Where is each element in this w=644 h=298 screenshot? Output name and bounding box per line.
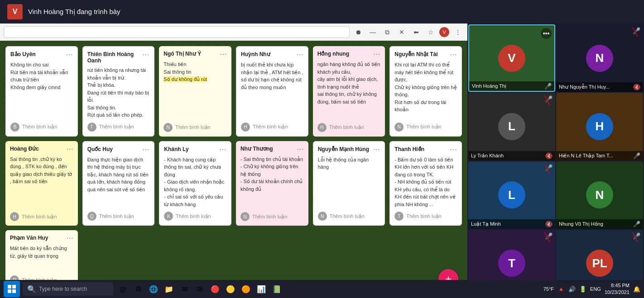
note-thien-binh: Thiên Bình Hoàng Oanh ⋯ rút tiền không r… [82, 46, 155, 137]
note-content: Đang thực hiện giao dịch thì hệ thống má… [87, 156, 150, 208]
note-menu-btn[interactable]: ⋯ [450, 51, 457, 58]
note-footer: T Thêm bình luận [87, 123, 150, 132]
mic-status-icon: 🎤 [633, 152, 640, 159]
note-menu-btn[interactable]: ⋯ [220, 51, 227, 58]
profile-btn[interactable]: V [439, 27, 449, 37]
note-menu-btn[interactable]: ⋯ [297, 146, 304, 153]
taskbar-battery-icon: 🔋 [579, 286, 586, 293]
note-avatar: T [87, 123, 96, 132]
note-footer: N Thêm bình luận [240, 212, 304, 221]
mic-status-icon: 🎤 [544, 83, 552, 90]
participant-tile-ly-tran-khanh: L🎤╲ Ly Trần Khánh 🔇 [468, 93, 555, 160]
note-comment-label[interactable]: Thêm bình luận [175, 124, 210, 130]
participant-label: Nhung Vũ Thị Hồng 🎤 [556, 219, 643, 229]
note-comment-label[interactable]: Thêm bình luận [99, 124, 134, 130]
restore-btn[interactable]: ⧉ [381, 26, 393, 38]
note-avatar: N [394, 123, 404, 132]
taskbar-ppt[interactable]: 📊 [255, 282, 268, 296]
star-btn[interactable]: ☆ [425, 26, 437, 38]
note-footer: Q Thêm bình luận [87, 212, 150, 221]
note-author-name: Phạm Văn Huy [10, 235, 48, 241]
note-avatar: K [164, 212, 173, 221]
note-header: Thanh Hiền ⋯ [394, 146, 457, 153]
taskbar-mail[interactable]: ✉ [178, 282, 191, 296]
note-content: Khi rút tại ATM thì có thể máy hết tiền … [394, 61, 457, 119]
presenter-avatar: V [7, 4, 23, 19]
note-menu-btn[interactable]: ⋯ [219, 146, 226, 153]
note-comment-label[interactable]: Thêm bình luận [22, 124, 57, 130]
note-footer: B Thêm bình luận [10, 123, 73, 132]
participant-label: Hiến N Lê Thập Tam T... 🎤 [556, 151, 643, 161]
start-button[interactable] [4, 281, 20, 297]
note-content: Mất tiền do ký sẵn chứng từ, giấy tờ qua… [10, 245, 73, 272]
note-comment-label[interactable]: Thêm bình luận [22, 214, 57, 220]
more-btn[interactable]: ⋮ [452, 26, 464, 38]
note-footer: H Thêm bình luận [317, 123, 381, 132]
minimize-btn[interactable]: — [367, 26, 379, 38]
note-footer: T Thêm bình luận [394, 212, 457, 221]
note-khanh-ly: Khánh Ly ⋯ - Khách hàng cung cấp thông t… [159, 141, 231, 226]
url-input[interactable] [4, 26, 350, 38]
participant-avatar: PL [586, 250, 613, 277]
participant-options-btn[interactable]: ••• [541, 28, 552, 39]
note-comment-label[interactable]: Thêm bình luận [329, 124, 364, 130]
note-header: Như Thương ⋯ [240, 146, 304, 153]
participant-avatar: T [498, 250, 525, 277]
note-menu-btn[interactable]: ⋯ [373, 51, 380, 58]
taskbar-search-text: Type here to search [39, 286, 87, 292]
taskbar-task-view[interactable]: ⧉ [131, 282, 145, 296]
note-avatar: N [240, 212, 250, 221]
note-header: Nguyễn Nhật Tài ⋯ [394, 51, 457, 58]
note-comment-label[interactable]: Thêm bình luận [99, 213, 134, 219]
note-menu-btn[interactable]: ⋯ [66, 146, 73, 153]
note-ngo-thi-nhu-y: Ngô Thị Như Ý ⋯ Thiếu tiềnSai thông tinS… [159, 46, 231, 137]
mic-muted-icon: 🎤╲ [545, 95, 553, 103]
participant-name: Như Nguyễn Thị Huy... [559, 84, 610, 90]
note-menu-btn[interactable]: ⋯ [142, 51, 149, 58]
participant-label: Ly Trần Khánh 🔇 [468, 151, 555, 161]
note-author-name: Thiên Bình Hoàng Oanh [87, 51, 143, 64]
svg-rect-0 [8, 285, 11, 289]
note-comment-label[interactable]: Thêm bình luận [252, 214, 287, 220]
notes-container: Bảo Uyên ⋯ Không tin cho saiRút tiền mà … [0, 41, 467, 298]
close-btn[interactable]: ✕ [396, 26, 408, 38]
taskbar-search-box[interactable]: 🔍 Type here to search [23, 282, 113, 296]
note-menu-btn[interactable]: ⋯ [296, 51, 303, 58]
taskbar-volume-icon[interactable]: 🔊 [568, 286, 576, 293]
note-comment-label[interactable]: Thêm bình luận [330, 213, 365, 219]
taskbar-cortana[interactable]: ◎ [116, 282, 130, 296]
note-author-name: Huỳnh Như [241, 51, 270, 57]
note-content: Thiếu tiềnSai thông tinSố dư không đủ rú… [163, 61, 227, 119]
taskbar-app1[interactable]: 🔴 [208, 282, 222, 296]
taskbar-notification[interactable]: 🔔 [633, 286, 640, 293]
taskbar-app2[interactable]: 🟠 [239, 282, 253, 296]
taskbar-excel[interactable]: 📗 [270, 282, 284, 296]
note-avatar: B [10, 123, 19, 132]
note-menu-btn[interactable]: ⋯ [450, 146, 457, 153]
note-comment-label[interactable]: Thêm bình luận [406, 213, 441, 219]
note-author-name: Như Thương [240, 146, 273, 152]
note-avatar: Q [87, 212, 96, 221]
participant-label: Vinh Hoàng Thị 🎤 [469, 81, 554, 91]
taskbar-store[interactable]: 🛍 [193, 282, 207, 296]
top-bar: V Vinh Hoàng Thị đang trình bày [0, 0, 644, 24]
taskbar: 🔍 Type here to search ◎ ⧉ 🌐 📁 ✉ 🛍 🔴 🟡 🟠 … [0, 280, 644, 298]
note-content: bị nuốt thẻ khi chưa kịp nhận lại thẻ , … [241, 61, 303, 119]
participant-tile-hien-n-le-thap-tam: H Hiến N Lê Thập Tam T... 🎤 [556, 93, 643, 160]
note-menu-btn[interactable]: ⋯ [373, 146, 380, 153]
note-comment-label[interactable]: Thêm bình luận [176, 213, 211, 219]
note-comment-label[interactable]: Thêm bình luận [253, 124, 288, 130]
note-comment-label[interactable]: Thêm bình luận [406, 124, 441, 130]
note-menu-btn[interactable]: ⋯ [66, 235, 73, 242]
note-content: Sai thông tin ,chữ ký ko đúng , STK ko đ… [10, 156, 73, 209]
back-btn[interactable]: ⬅ [410, 26, 422, 38]
taskbar-edge[interactable]: 🌐 [147, 282, 160, 296]
note-header: Hồng nhung ⋯ [317, 51, 381, 58]
taskbar-chrome[interactable]: 🟡 [224, 282, 237, 296]
taskbar-explorer[interactable]: 📁 [162, 282, 176, 296]
search-icon: 🔍 [27, 285, 36, 293]
note-menu-btn[interactable]: ⋯ [66, 51, 73, 58]
note-menu-btn[interactable]: ⋯ [142, 146, 149, 153]
record-btn[interactable]: ⏺ [352, 26, 364, 38]
participant-label: Như Nguyễn Thị Huy... 🔇 [556, 82, 643, 92]
